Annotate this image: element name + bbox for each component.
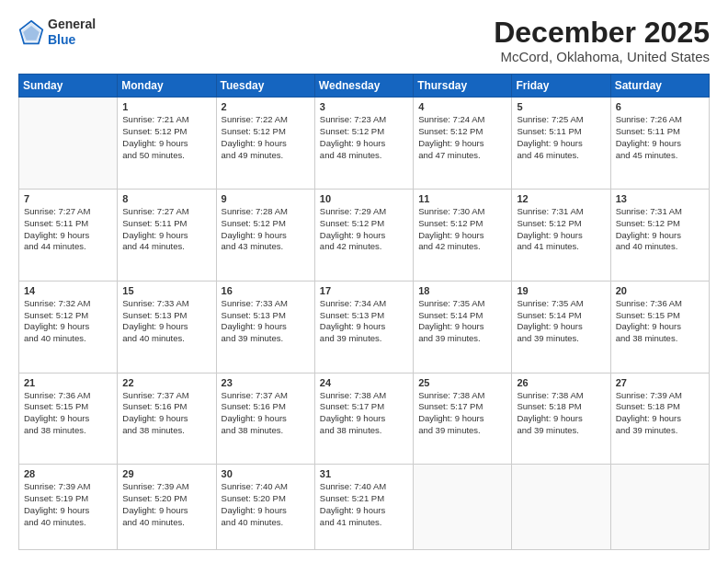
day-number: 16 (222, 285, 310, 296)
calendar-cell: 21Sunrise: 7:36 AM Sunset: 5:15 PM Dayli… (19, 373, 118, 465)
calendar-week-5: 28Sunrise: 7:39 AM Sunset: 5:19 PM Dayli… (19, 465, 710, 550)
calendar-week-2: 7Sunrise: 7:27 AM Sunset: 5:11 PM Daylig… (19, 189, 710, 281)
day-number: 25 (418, 377, 506, 388)
day-number: 17 (320, 285, 408, 296)
calendar-cell: 18Sunrise: 7:35 AM Sunset: 5:14 PM Dayli… (414, 281, 512, 373)
calendar-cell: 25Sunrise: 7:38 AM Sunset: 5:17 PM Dayli… (414, 373, 512, 465)
day-info: Sunrise: 7:35 AM Sunset: 5:14 PM Dayligh… (517, 298, 605, 345)
calendar-cell: 13Sunrise: 7:31 AM Sunset: 5:12 PM Dayli… (610, 189, 709, 281)
day-info: Sunrise: 7:39 AM Sunset: 5:19 PM Dayligh… (24, 481, 112, 528)
weekday-monday: Monday (118, 75, 216, 98)
day-number: 6 (616, 101, 704, 112)
day-number: 21 (24, 377, 112, 388)
day-number: 3 (320, 101, 408, 112)
calendar-cell: 11Sunrise: 7:30 AM Sunset: 5:12 PM Dayli… (414, 189, 512, 281)
day-number: 28 (24, 468, 112, 479)
day-number: 13 (616, 193, 704, 204)
day-info: Sunrise: 7:40 AM Sunset: 5:21 PM Dayligh… (320, 481, 408, 528)
calendar-cell: 12Sunrise: 7:31 AM Sunset: 5:12 PM Dayli… (512, 189, 610, 281)
day-info: Sunrise: 7:26 AM Sunset: 5:11 PM Dayligh… (616, 114, 704, 161)
day-info: Sunrise: 7:31 AM Sunset: 5:12 PM Dayligh… (616, 206, 704, 253)
day-number: 19 (517, 285, 605, 296)
day-number: 11 (418, 193, 506, 204)
logo: General Blue (18, 17, 96, 48)
day-number: 31 (320, 468, 408, 479)
day-number: 14 (24, 285, 112, 296)
calendar-cell: 1Sunrise: 7:21 AM Sunset: 5:12 PM Daylig… (118, 98, 216, 190)
calendar-cell: 10Sunrise: 7:29 AM Sunset: 5:12 PM Dayli… (314, 189, 413, 281)
day-info: Sunrise: 7:40 AM Sunset: 5:20 PM Dayligh… (222, 481, 310, 528)
calendar-cell: 22Sunrise: 7:37 AM Sunset: 5:16 PM Dayli… (118, 373, 216, 465)
day-number: 18 (418, 285, 506, 296)
day-info: Sunrise: 7:33 AM Sunset: 5:13 PM Dayligh… (222, 298, 310, 345)
weekday-wednesday: Wednesday (314, 75, 413, 98)
day-number: 15 (122, 285, 210, 296)
calendar-cell: 5Sunrise: 7:25 AM Sunset: 5:11 PM Daylig… (512, 98, 610, 190)
calendar-cell: 31Sunrise: 7:40 AM Sunset: 5:21 PM Dayli… (314, 465, 413, 550)
calendar-cell: 27Sunrise: 7:39 AM Sunset: 5:18 PM Dayli… (610, 373, 709, 465)
day-info: Sunrise: 7:27 AM Sunset: 5:11 PM Dayligh… (122, 206, 210, 253)
day-number: 2 (222, 101, 310, 112)
day-info: Sunrise: 7:23 AM Sunset: 5:12 PM Dayligh… (320, 114, 408, 161)
calendar-cell (414, 465, 512, 550)
calendar-cell: 26Sunrise: 7:38 AM Sunset: 5:18 PM Dayli… (512, 373, 610, 465)
day-info: Sunrise: 7:36 AM Sunset: 5:15 PM Dayligh… (24, 390, 112, 437)
weekday-header-row: SundayMondayTuesdayWednesdayThursdayFrid… (19, 75, 710, 98)
calendar-week-4: 21Sunrise: 7:36 AM Sunset: 5:15 PM Dayli… (19, 373, 710, 465)
calendar-cell: 9Sunrise: 7:28 AM Sunset: 5:12 PM Daylig… (216, 189, 314, 281)
day-info: Sunrise: 7:21 AM Sunset: 5:12 PM Dayligh… (122, 114, 210, 161)
day-info: Sunrise: 7:38 AM Sunset: 5:17 PM Dayligh… (418, 390, 506, 437)
weekday-friday: Friday (512, 75, 610, 98)
day-info: Sunrise: 7:37 AM Sunset: 5:16 PM Dayligh… (222, 390, 310, 437)
month-title: December 2025 (494, 17, 710, 49)
day-info: Sunrise: 7:31 AM Sunset: 5:12 PM Dayligh… (517, 206, 605, 253)
day-number: 5 (517, 101, 605, 112)
page: General Blue December 2025 McCord, Oklah… (0, 0, 728, 563)
calendar-cell: 24Sunrise: 7:38 AM Sunset: 5:17 PM Dayli… (314, 373, 413, 465)
day-number: 27 (616, 377, 704, 388)
day-number: 22 (122, 377, 210, 388)
calendar-cell: 19Sunrise: 7:35 AM Sunset: 5:14 PM Dayli… (512, 281, 610, 373)
calendar-week-1: 1Sunrise: 7:21 AM Sunset: 5:12 PM Daylig… (19, 98, 710, 190)
day-info: Sunrise: 7:37 AM Sunset: 5:16 PM Dayligh… (122, 390, 210, 437)
calendar-cell: 23Sunrise: 7:37 AM Sunset: 5:16 PM Dayli… (216, 373, 314, 465)
day-number: 8 (122, 193, 210, 204)
day-number: 1 (122, 101, 210, 112)
calendar-week-3: 14Sunrise: 7:32 AM Sunset: 5:12 PM Dayli… (19, 281, 710, 373)
calendar-cell (610, 465, 709, 550)
calendar-cell: 7Sunrise: 7:27 AM Sunset: 5:11 PM Daylig… (19, 189, 118, 281)
calendar-cell: 2Sunrise: 7:22 AM Sunset: 5:12 PM Daylig… (216, 98, 314, 190)
day-info: Sunrise: 7:34 AM Sunset: 5:13 PM Dayligh… (320, 298, 408, 345)
day-number: 4 (418, 101, 506, 112)
day-info: Sunrise: 7:29 AM Sunset: 5:12 PM Dayligh… (320, 206, 408, 253)
logo-text: General Blue (48, 17, 96, 48)
weekday-thursday: Thursday (414, 75, 512, 98)
day-info: Sunrise: 7:28 AM Sunset: 5:12 PM Dayligh… (222, 206, 310, 253)
day-number: 12 (517, 193, 605, 204)
day-info: Sunrise: 7:39 AM Sunset: 5:20 PM Dayligh… (122, 481, 210, 528)
day-number: 7 (24, 193, 112, 204)
location-title: McCord, Oklahoma, United States (494, 49, 710, 64)
day-info: Sunrise: 7:33 AM Sunset: 5:13 PM Dayligh… (122, 298, 210, 345)
day-info: Sunrise: 7:35 AM Sunset: 5:14 PM Dayligh… (418, 298, 506, 345)
day-number: 20 (616, 285, 704, 296)
header: General Blue December 2025 McCord, Oklah… (18, 17, 710, 64)
day-info: Sunrise: 7:32 AM Sunset: 5:12 PM Dayligh… (24, 298, 112, 345)
weekday-saturday: Saturday (610, 75, 709, 98)
day-info: Sunrise: 7:39 AM Sunset: 5:18 PM Dayligh… (616, 390, 704, 437)
calendar-cell: 6Sunrise: 7:26 AM Sunset: 5:11 PM Daylig… (610, 98, 709, 190)
calendar-cell: 3Sunrise: 7:23 AM Sunset: 5:12 PM Daylig… (314, 98, 413, 190)
day-info: Sunrise: 7:36 AM Sunset: 5:15 PM Dayligh… (616, 298, 704, 345)
day-info: Sunrise: 7:24 AM Sunset: 5:12 PM Dayligh… (418, 114, 506, 161)
calendar-cell: 28Sunrise: 7:39 AM Sunset: 5:19 PM Dayli… (19, 465, 118, 550)
calendar-cell: 8Sunrise: 7:27 AM Sunset: 5:11 PM Daylig… (118, 189, 216, 281)
calendar-cell (512, 465, 610, 550)
calendar-cell: 20Sunrise: 7:36 AM Sunset: 5:15 PM Dayli… (610, 281, 709, 373)
day-number: 23 (222, 377, 310, 388)
calendar-table: SundayMondayTuesdayWednesdayThursdayFrid… (18, 74, 710, 550)
day-info: Sunrise: 7:30 AM Sunset: 5:12 PM Dayligh… (418, 206, 506, 253)
day-number: 29 (122, 468, 210, 479)
calendar-cell (19, 98, 118, 190)
day-info: Sunrise: 7:27 AM Sunset: 5:11 PM Dayligh… (24, 206, 112, 253)
calendar-cell: 14Sunrise: 7:32 AM Sunset: 5:12 PM Dayli… (19, 281, 118, 373)
